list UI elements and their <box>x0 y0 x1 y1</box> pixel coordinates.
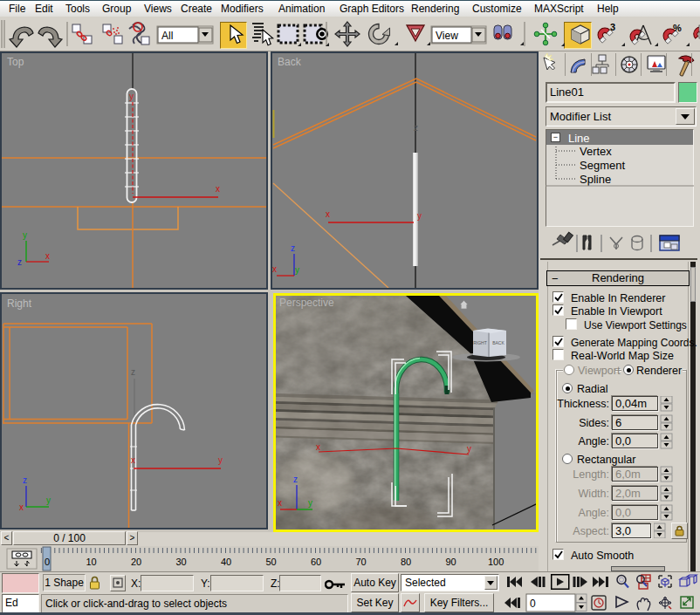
svg-text:z: z <box>23 475 27 485</box>
svg-text:x: x <box>272 264 277 274</box>
svg-text:z: z <box>291 243 295 253</box>
svg-text:70: 70 <box>356 557 367 567</box>
svg-text:Perspective: Perspective <box>279 297 334 309</box>
svg-text:x: x <box>316 442 320 452</box>
svg-text:View: View <box>436 30 458 42</box>
svg-text:z: z <box>293 475 298 484</box>
svg-text:x: x <box>131 455 135 465</box>
svg-text:x: x <box>19 502 24 512</box>
svg-text:%: % <box>673 23 682 33</box>
svg-text:40: 40 <box>221 557 231 567</box>
svg-text:Vertex: Vertex <box>580 145 612 158</box>
svg-text:RIGHT: RIGHT <box>473 340 487 345</box>
svg-text:0: 0 <box>530 598 536 610</box>
svg-text:All: All <box>161 30 173 42</box>
svg-text:y: y <box>308 498 312 508</box>
svg-text:Spline: Spline <box>580 173 611 186</box>
svg-text:y: y <box>417 211 422 221</box>
svg-text:y: y <box>46 495 51 505</box>
svg-text:x: x <box>45 251 50 261</box>
svg-text:100: 100 <box>488 557 504 567</box>
svg-text:10: 10 <box>86 557 97 567</box>
svg-text:50: 50 <box>266 557 277 567</box>
svg-text:20: 20 <box>131 557 141 567</box>
svg-text:3: 3 <box>610 22 615 32</box>
svg-text:z: z <box>17 257 22 267</box>
svg-text:90: 90 <box>446 557 456 567</box>
svg-text:0: 0 <box>45 557 50 567</box>
svg-text:30: 30 <box>176 557 187 567</box>
svg-text:Segment: Segment <box>580 159 625 172</box>
svg-text:Right: Right <box>7 297 32 310</box>
svg-text:x: x <box>216 184 220 194</box>
svg-text:z: z <box>131 367 135 377</box>
svg-text:y: y <box>467 444 471 454</box>
svg-text:z: z <box>414 123 418 133</box>
svg-text:x: x <box>326 209 330 219</box>
svg-text:Back: Back <box>278 56 302 68</box>
svg-text:x: x <box>278 498 282 508</box>
svg-text:y: y <box>23 230 27 240</box>
svg-text:y: y <box>295 265 299 275</box>
svg-text:60: 60 <box>311 557 321 567</box>
svg-text:y: y <box>129 92 134 101</box>
svg-text:BACK: BACK <box>492 340 504 345</box>
svg-text:y: y <box>218 455 223 465</box>
svg-text:80: 80 <box>401 557 411 567</box>
svg-text:Top: Top <box>7 56 24 68</box>
